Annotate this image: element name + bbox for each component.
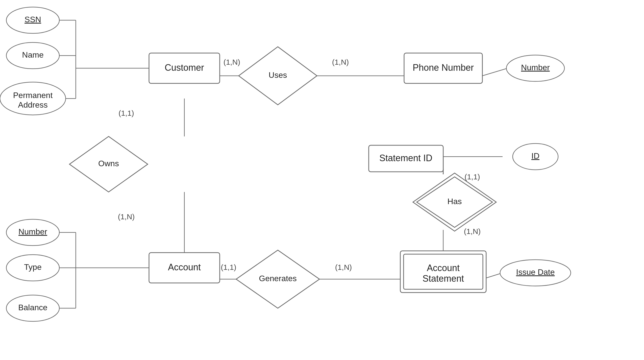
acc-number-label: Number xyxy=(18,227,47,236)
name-label: Name xyxy=(22,50,43,59)
card-owns-account: (1,N) xyxy=(118,212,135,221)
phone-number-attr-label: Number xyxy=(521,63,550,72)
account-statement-label: Account xyxy=(427,263,460,273)
card-account-generates: (1,1) xyxy=(221,263,236,271)
svg-line-7 xyxy=(482,68,508,76)
statement-id-label: Statement ID xyxy=(379,153,432,163)
has-label: Has xyxy=(448,197,462,206)
card-customer-uses-left: (1,N) xyxy=(224,58,240,66)
customer-label: Customer xyxy=(165,62,204,73)
acc-balance-label: Balance xyxy=(18,303,47,312)
card-customer-owns: (1,1) xyxy=(118,109,134,117)
uses-label: Uses xyxy=(269,70,287,80)
stmt-id-val-label: ID xyxy=(531,151,539,160)
card-uses-phone-right: (1,N) xyxy=(332,58,349,66)
card-stmtid-has: (1,1) xyxy=(464,173,480,181)
acc-type-label: Type xyxy=(24,262,41,272)
perm-addr-label2: Address xyxy=(18,100,47,109)
account-label: Account xyxy=(168,262,201,272)
generates-label: Generates xyxy=(259,274,296,283)
perm-addr-label1: Permanent xyxy=(13,91,53,100)
account-statement-label2: Statement xyxy=(423,273,464,284)
card-generates-stmt: (1,N) xyxy=(335,263,352,271)
issue-date-label: Issue Date xyxy=(516,268,555,277)
phone-number-label: Phone Number xyxy=(413,62,474,73)
card-has-accstmt: (1,N) xyxy=(464,227,481,235)
ssn-label: SSN xyxy=(24,15,41,24)
owns-label: Owns xyxy=(98,159,119,168)
